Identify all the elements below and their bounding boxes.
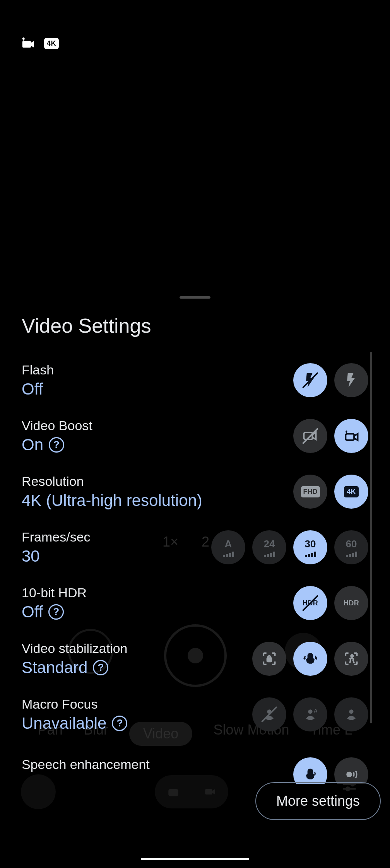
svg-text:A: A	[314, 708, 317, 714]
svg-rect-8	[346, 434, 354, 441]
fps-auto-label: A	[225, 538, 232, 550]
setting-row-speech: Speech enhancement	[22, 745, 368, 784]
flash-label: Flash	[22, 362, 54, 378]
stab-active-option[interactable]	[334, 642, 368, 676]
setting-row-macro: Macro Focus Unavailable ? A	[22, 689, 368, 740]
setting-row-flash: Flash Off	[22, 355, 368, 405]
fps-30-option[interactable]: 30	[293, 530, 327, 564]
videoboost-off-option[interactable]	[293, 419, 327, 453]
fhd-badge: FHD	[301, 486, 320, 497]
speech-on-option[interactable]	[293, 757, 327, 784]
setting-row-resolution: Resolution 4K (Ultra-high resolution) FH…	[22, 466, 368, 517]
fps-60-option[interactable]: 60	[334, 530, 368, 564]
fps-auto-option[interactable]: A	[211, 530, 245, 564]
setting-row-hdr: 10-bit HDR Off ? HDR HDR	[22, 578, 368, 628]
nav-bar-indicator[interactable]	[141, 858, 249, 860]
videoboost-help-icon[interactable]: ?	[49, 437, 64, 453]
hdr-on-label: HDR	[344, 599, 359, 607]
flash-on-option[interactable]	[334, 363, 368, 397]
panel-title: Video Settings	[22, 314, 368, 337]
stab-locked-option[interactable]	[252, 642, 286, 676]
fps-60-label: 60	[346, 538, 357, 550]
fps-24-option[interactable]: 24	[252, 530, 286, 564]
fps-30-label: 30	[305, 538, 316, 550]
videoboost-on-option[interactable]	[334, 419, 368, 453]
macro-auto-option[interactable]: A	[293, 697, 327, 731]
macro-on-option[interactable]	[334, 697, 368, 731]
svg-point-12	[308, 709, 313, 714]
fps-24-label: 24	[264, 538, 275, 550]
svg-point-14	[349, 709, 354, 714]
svg-point-15	[346, 772, 352, 777]
panel-drag-handle[interactable]	[180, 296, 210, 299]
fps-label: Frames/sec	[22, 530, 91, 545]
setting-row-fps: Frames/sec 30 A 24 30 60	[22, 522, 368, 572]
hdr-help-icon[interactable]: ?	[48, 604, 64, 620]
hdr-value: Off	[22, 603, 43, 621]
svg-rect-9	[267, 658, 272, 661]
macro-value: Unavailable	[22, 714, 106, 733]
setting-row-stabilization: Video stabilization Standard ?	[22, 634, 368, 684]
stab-standard-option[interactable]	[293, 642, 327, 676]
stab-help-icon[interactable]: ?	[93, 660, 108, 675]
resolution-value: 4K (Ultra-high resolution)	[22, 491, 202, 510]
macro-help-icon[interactable]: ?	[112, 716, 127, 731]
4k-badge: 4K	[344, 486, 358, 497]
svg-point-10	[351, 655, 353, 657]
fps-value: 30	[22, 547, 40, 566]
videoboost-label: Video Boost	[22, 418, 92, 433]
macro-off-option[interactable]	[252, 697, 286, 731]
setting-row-videoboost: Video Boost On ?	[22, 411, 368, 461]
resolution-label: Resolution	[22, 474, 202, 489]
speech-off-option[interactable]	[334, 757, 368, 784]
stab-value: Standard	[22, 658, 87, 677]
resolution-fhd-option[interactable]: FHD	[293, 475, 327, 509]
more-settings-button[interactable]: More settings	[255, 782, 381, 820]
videoboost-value: On	[22, 436, 43, 454]
macro-label: Macro Focus	[22, 697, 127, 712]
hdr-on-option[interactable]: HDR	[334, 586, 368, 620]
resolution-4k-option[interactable]: 4K	[334, 475, 368, 509]
hdr-off-option[interactable]: HDR	[293, 586, 327, 620]
stab-label: Video stabilization	[22, 641, 127, 656]
speech-label: Speech enhancement	[22, 757, 150, 772]
flash-off-option[interactable]	[293, 363, 327, 397]
hdr-label: 10-bit HDR	[22, 585, 87, 600]
flash-value: Off	[22, 380, 43, 398]
